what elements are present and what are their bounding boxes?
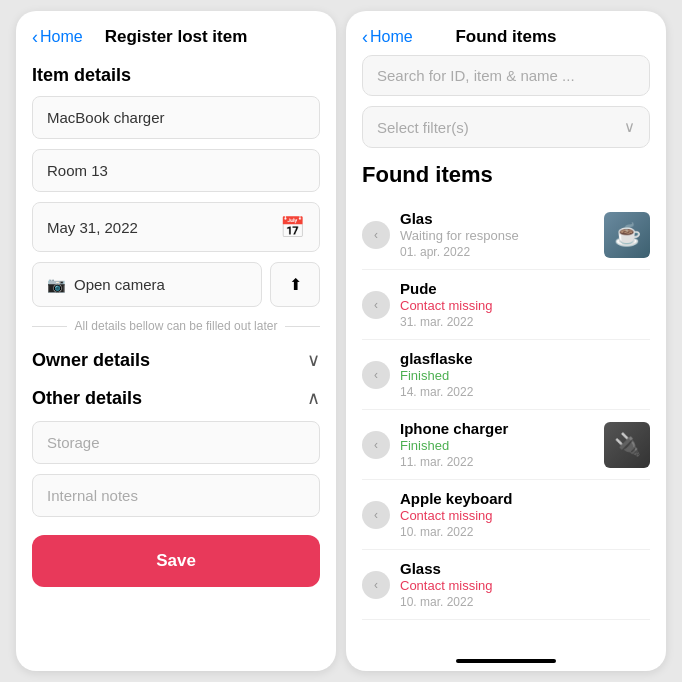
back-label-left: Home — [40, 28, 83, 46]
list-item[interactable]: ‹Iphone chargerFinished11. mar. 2022 — [362, 410, 650, 480]
nav-bar-right: ‹ Home Found items — [346, 11, 666, 55]
camera-button[interactable]: 📷 Open camera — [32, 262, 262, 307]
item-chevron-icon: ‹ — [362, 221, 390, 249]
items-list: ‹GlasWaiting for response01. apr. 2022‹P… — [362, 200, 650, 620]
found-items-screen: ‹ Home Found items Select filter(s) ∨ Fo… — [346, 11, 666, 671]
internal-notes-input[interactable] — [32, 474, 320, 517]
divider-line-right — [285, 326, 320, 327]
item-name: Iphone charger — [400, 420, 594, 437]
camera-icon: 📷 — [47, 276, 66, 294]
item-date: 14. mar. 2022 — [400, 385, 650, 399]
item-date: 11. mar. 2022 — [400, 455, 594, 469]
upload-button[interactable]: ⬆ — [270, 262, 320, 307]
item-chevron-icon: ‹ — [362, 431, 390, 459]
left-scroll-content: Item details May 31, 2022 📅 📷 Open camer… — [16, 55, 336, 659]
storage-input[interactable] — [32, 421, 320, 464]
save-button[interactable]: Save — [32, 535, 320, 587]
back-button-right[interactable]: ‹ Home — [362, 28, 413, 46]
item-status: Finished — [400, 438, 594, 453]
item-info: GlassContact missing10. mar. 2022 — [400, 560, 650, 609]
filter-label: Select filter(s) — [377, 119, 469, 136]
page-title-right: Found items — [455, 27, 556, 47]
item-name: Glas — [400, 210, 594, 227]
chevron-left-icon-right: ‹ — [362, 28, 368, 46]
item-name-input[interactable] — [32, 96, 320, 139]
item-name: Glass — [400, 560, 650, 577]
item-info: GlasWaiting for response01. apr. 2022 — [400, 210, 594, 259]
chevron-left-icon: ‹ — [32, 28, 38, 46]
item-status: Contact missing — [400, 298, 650, 313]
item-date: 10. mar. 2022 — [400, 525, 650, 539]
list-item[interactable]: ‹GlasWaiting for response01. apr. 2022 — [362, 200, 650, 270]
date-picker[interactable]: May 31, 2022 📅 — [32, 202, 320, 252]
other-details-row[interactable]: Other details ∧ — [32, 383, 320, 421]
item-info: glasflaskeFinished14. mar. 2022 — [400, 350, 650, 399]
filter-select[interactable]: Select filter(s) ∨ — [362, 106, 650, 148]
divider-text: All details bellow can be filled out lat… — [75, 319, 278, 333]
item-name: Apple keyboard — [400, 490, 650, 507]
chevron-down-icon: ∨ — [307, 349, 320, 371]
list-item[interactable]: ‹Apple keyboardContact missing10. mar. 2… — [362, 480, 650, 550]
register-lost-item-screen: ‹ Home Register lost item Item details M… — [16, 11, 336, 671]
item-thumbnail — [604, 212, 650, 258]
list-item[interactable]: ‹glasflaskeFinished14. mar. 2022 — [362, 340, 650, 410]
owner-details-title: Owner details — [32, 350, 150, 371]
chevron-down-icon-filter: ∨ — [624, 118, 635, 136]
page-title-left: Register lost item — [105, 27, 248, 47]
item-chevron-icon: ‹ — [362, 501, 390, 529]
item-status: Contact missing — [400, 508, 650, 523]
item-status: Waiting for response — [400, 228, 594, 243]
upload-icon: ⬆ — [289, 275, 302, 294]
item-info: PudeContact missing31. mar. 2022 — [400, 280, 650, 329]
list-item[interactable]: ‹PudeContact missing31. mar. 2022 — [362, 270, 650, 340]
item-chevron-icon: ‹ — [362, 571, 390, 599]
divider-line-left — [32, 326, 67, 327]
item-info: Apple keyboardContact missing10. mar. 20… — [400, 490, 650, 539]
search-input[interactable] — [362, 55, 650, 96]
camera-upload-row: 📷 Open camera ⬆ — [32, 262, 320, 307]
found-items-heading: Found items — [362, 162, 650, 188]
item-thumbnail — [604, 422, 650, 468]
date-value: May 31, 2022 — [47, 219, 138, 236]
chevron-up-icon: ∧ — [307, 387, 320, 409]
item-status: Contact missing — [400, 578, 650, 593]
item-date: 01. apr. 2022 — [400, 245, 594, 259]
calendar-icon: 📅 — [280, 215, 305, 239]
item-details-title: Item details — [32, 65, 320, 86]
item-date: 10. mar. 2022 — [400, 595, 650, 609]
item-name: glasflaske — [400, 350, 650, 367]
item-chevron-icon: ‹ — [362, 361, 390, 389]
nav-bar-left: ‹ Home Register lost item — [16, 11, 336, 55]
back-label-right: Home — [370, 28, 413, 46]
right-scroll-content: Select filter(s) ∨ Found items ‹GlasWait… — [346, 55, 666, 659]
back-button-left[interactable]: ‹ Home — [32, 28, 83, 46]
item-name: Pude — [400, 280, 650, 297]
item-info: Iphone chargerFinished11. mar. 2022 — [400, 420, 594, 469]
home-bar — [456, 659, 556, 663]
list-item[interactable]: ‹GlassContact missing10. mar. 2022 — [362, 550, 650, 620]
divider: All details bellow can be filled out lat… — [32, 319, 320, 333]
item-chevron-icon: ‹ — [362, 291, 390, 319]
item-status: Finished — [400, 368, 650, 383]
room-input[interactable] — [32, 149, 320, 192]
owner-details-row[interactable]: Owner details ∨ — [32, 345, 320, 383]
other-details-title: Other details — [32, 388, 142, 409]
camera-label: Open camera — [74, 276, 165, 293]
item-date: 31. mar. 2022 — [400, 315, 650, 329]
